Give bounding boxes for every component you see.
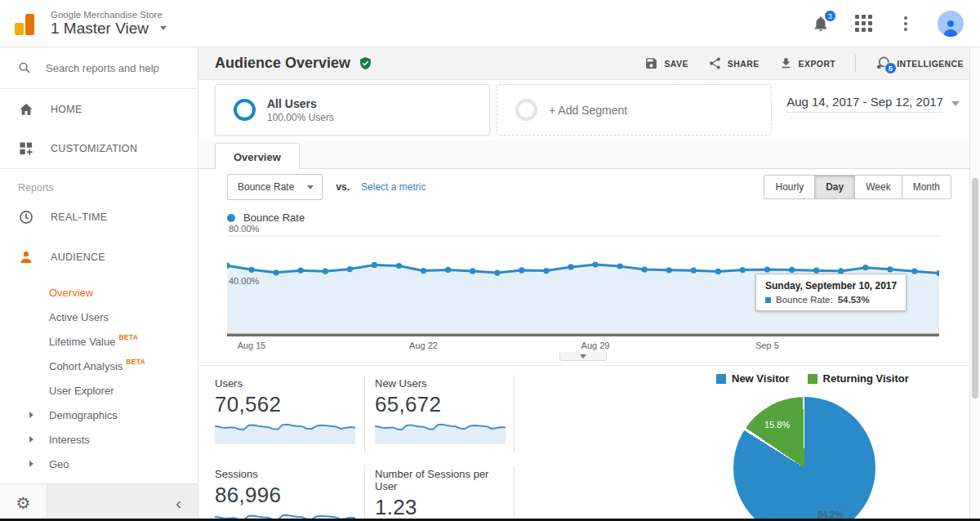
x-axis-tick: Sep 5 bbox=[755, 341, 779, 350]
save-button[interactable]: SAVE bbox=[644, 56, 688, 70]
metric-card-sessions[interactable]: Sessions 86,996 bbox=[215, 466, 365, 521]
sidebar-footer: ⚙ ‹ bbox=[0, 483, 198, 521]
segment-ring-icon bbox=[234, 99, 256, 121]
chevron-down-icon[interactable] bbox=[160, 26, 167, 30]
notifications-button[interactable]: 3 bbox=[810, 13, 831, 34]
account-switcher[interactable]: Google Merchandise Store 1 Master View bbox=[51, 10, 167, 38]
sub-item-label: Geo bbox=[49, 458, 69, 470]
legend-item-label: Returning Visitor bbox=[823, 372, 909, 385]
sub-item-label: Interests bbox=[49, 434, 90, 446]
metric-label: New Users bbox=[375, 377, 506, 390]
legend-item-new-visitor[interactable]: New Visitor bbox=[716, 372, 790, 385]
save-icon bbox=[644, 56, 658, 70]
metric-select-dropdown[interactable]: Bounce Rate bbox=[227, 174, 323, 200]
sub-item-label: Active Users bbox=[49, 311, 109, 323]
sidebar-search[interactable] bbox=[0, 47, 198, 89]
granularity-week-button[interactable]: Week bbox=[854, 175, 902, 199]
apps-menu-button[interactable] bbox=[853, 13, 874, 34]
bounce-rate-chart[interactable]: 80.00% 40.00% Aug 15Aug 22Aug 29Sep 5 Su… bbox=[227, 229, 939, 362]
sidebar-item-label: REAL-TIME bbox=[51, 212, 107, 223]
sidebar-item-realtime[interactable]: REAL-TIME bbox=[0, 197, 198, 237]
export-label: EXPORT bbox=[799, 59, 836, 69]
visitor-type-pie-chart[interactable]: 15.8% 84.2% bbox=[733, 397, 875, 521]
apps-grid-icon bbox=[855, 15, 872, 32]
granularity-hourly-button[interactable]: Hourly bbox=[764, 175, 815, 199]
sidebar-item-cohort-analysis[interactable]: Cohort Analysis BETA bbox=[0, 354, 198, 378]
expand-arrow-icon bbox=[29, 412, 33, 418]
chevron-down-icon bbox=[580, 354, 586, 358]
granularity-toggle: Hourly Day Week Month bbox=[764, 175, 951, 199]
sub-item-label: Cohort Analysis bbox=[49, 360, 122, 372]
tooltip-date: Sunday, September 10, 2017 bbox=[765, 280, 897, 292]
sidebar-item-overview[interactable]: Overview bbox=[0, 280, 198, 305]
granularity-day-button[interactable]: Day bbox=[814, 175, 855, 199]
sidebar-item-label: AUDIENCE bbox=[51, 252, 105, 263]
metric-value: 1.23 bbox=[375, 495, 506, 520]
sidebar-item-geo[interactable]: Geo bbox=[0, 452, 198, 476]
chart-legend: Bounce Rate bbox=[227, 212, 305, 224]
segment-ring-icon bbox=[515, 99, 537, 121]
segment-title: All Users bbox=[267, 97, 334, 110]
user-avatar[interactable] bbox=[938, 11, 964, 37]
metric-card-sessions-per-user[interactable]: Number of Sessions per User 1.23 bbox=[365, 466, 514, 521]
sparkline bbox=[375, 421, 506, 445]
sub-item-label: Overview bbox=[49, 287, 93, 299]
x-axis-tick: Aug 22 bbox=[409, 341, 438, 350]
metric-card-users[interactable]: Users 70,562 bbox=[215, 376, 365, 453]
sidebar-item-audience[interactable]: AUDIENCE bbox=[0, 237, 198, 277]
person-icon bbox=[940, 17, 961, 37]
legend-item-label: New Visitor bbox=[732, 372, 790, 385]
export-button[interactable]: EXPORT bbox=[779, 56, 836, 70]
date-range-picker[interactable]: Aug 14, 2017 - Sep 12, 2017 bbox=[786, 95, 960, 113]
intelligence-button[interactable]: 5 INTELLIGENCE bbox=[875, 56, 964, 71]
tab-overview[interactable]: Overview bbox=[215, 143, 300, 170]
segment-all-users[interactable]: All Users 100.00% Users bbox=[215, 84, 490, 136]
more-options-button[interactable] bbox=[895, 13, 916, 34]
tooltip-metric-value: 54.53% bbox=[838, 295, 870, 305]
legend-swatch-icon bbox=[716, 374, 726, 384]
tooltip-swatch-icon bbox=[765, 297, 771, 303]
collapse-sidebar-icon[interactable]: ‹ bbox=[176, 495, 181, 511]
view-name: 1 Master View bbox=[51, 20, 149, 38]
page-title: Audience Overview bbox=[215, 55, 372, 72]
audience-submenu: Overview Active Users Lifetime Value BET… bbox=[0, 277, 198, 501]
sidebar-item-lifetime-value[interactable]: Lifetime Value BETA bbox=[0, 329, 198, 354]
share-label: SHARE bbox=[728, 59, 760, 69]
account-org-name: Google Merchandise Store bbox=[51, 10, 167, 20]
y-axis-tick: 40.00% bbox=[229, 276, 259, 286]
tab-label: Overview bbox=[234, 151, 281, 163]
legend-item-returning-visitor[interactable]: Returning Visitor bbox=[808, 372, 909, 385]
logo-bar bbox=[15, 23, 24, 35]
customization-icon bbox=[18, 140, 34, 157]
metric-card-new-users[interactable]: New Users 65,672 bbox=[365, 376, 514, 453]
sidebar-item-demographics[interactable]: Demographics bbox=[0, 403, 198, 427]
sidebar-item-user-explorer[interactable]: User Explorer bbox=[0, 378, 198, 403]
gear-icon: ⚙ bbox=[16, 493, 31, 513]
metric-label: Number of Sessions per User bbox=[375, 468, 506, 492]
scrollbar-thumb[interactable] bbox=[972, 178, 978, 399]
chart-x-axis: Aug 15Aug 22Aug 29Sep 5 bbox=[227, 339, 939, 352]
sidebar: HOME CUSTOMIZATION Reports REAL-TIME AUD… bbox=[0, 47, 198, 521]
search-input[interactable] bbox=[46, 62, 185, 74]
scrollbar[interactable] bbox=[969, 47, 980, 521]
sidebar-item-active-users[interactable]: Active Users bbox=[0, 305, 198, 329]
admin-button[interactable]: ⚙ bbox=[0, 484, 47, 521]
collapse-graph-button[interactable] bbox=[559, 352, 607, 361]
add-segment-button[interactable]: + Add Segment bbox=[497, 84, 772, 136]
analytics-logo-icon[interactable] bbox=[13, 11, 41, 37]
sidebar-item-customization[interactable]: CUSTOMIZATION bbox=[0, 129, 198, 169]
y-axis-tick: 80.00% bbox=[229, 224, 259, 234]
sub-item-label: Lifetime Value bbox=[49, 336, 115, 348]
select-metric-link[interactable]: Select a metric bbox=[361, 181, 425, 193]
granularity-month-button[interactable]: Month bbox=[902, 175, 951, 199]
clock-icon bbox=[18, 209, 34, 225]
share-button[interactable]: SHARE bbox=[708, 56, 760, 70]
chevron-down-icon bbox=[307, 185, 314, 189]
sparkline bbox=[215, 421, 355, 445]
sidebar-item-interests[interactable]: Interests bbox=[0, 427, 198, 452]
sidebar-item-label: HOME bbox=[51, 104, 82, 115]
x-axis-tick: Aug 15 bbox=[238, 341, 266, 350]
sidebar-item-home[interactable]: HOME bbox=[0, 89, 198, 129]
home-icon bbox=[18, 101, 34, 118]
sub-item-label: User Explorer bbox=[49, 385, 114, 397]
